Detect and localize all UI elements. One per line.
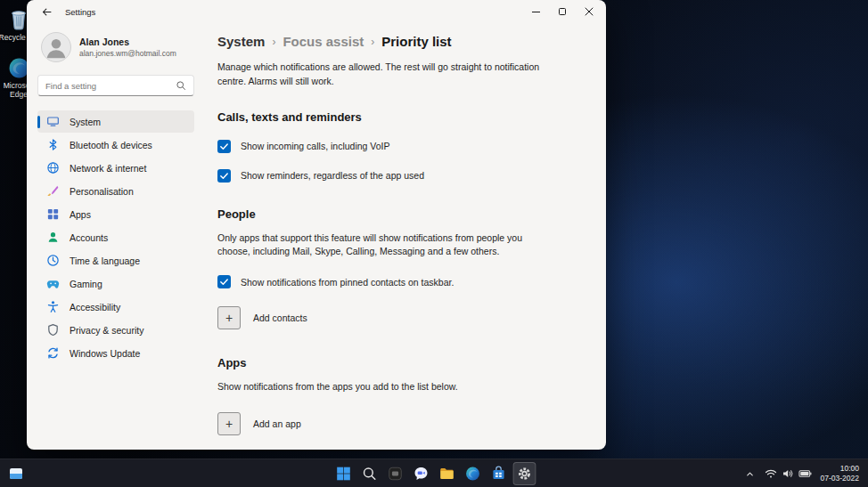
quick-settings-group[interactable] <box>760 465 816 483</box>
taskbar-search-button[interactable] <box>358 462 381 485</box>
add-contacts-button[interactable]: + <box>217 306 241 329</box>
avatar <box>41 32 71 62</box>
system-icon <box>46 115 60 128</box>
sidebar-item-accessibility[interactable]: Accessibility <box>37 296 194 318</box>
plus-icon: + <box>225 418 233 430</box>
sidebar-item-personalisation[interactable]: Personalisation <box>37 180 194 202</box>
edge-icon <box>465 466 481 482</box>
chat-button[interactable] <box>410 462 433 485</box>
sidebar-item-label: Apps <box>70 209 91 220</box>
sidebar-item-windows-update[interactable]: Windows Update <box>37 342 194 364</box>
apps-grid-icon <box>46 207 60 221</box>
sidebar-item-label: Gaming <box>70 279 102 289</box>
microsoft-store-button[interactable] <box>487 462 511 485</box>
taskbar-center-icons <box>332 462 536 485</box>
breadcrumb-system[interactable]: System <box>217 34 265 49</box>
clock-time: 10:00 <box>821 464 859 474</box>
settings-nav: System Bluetooth & devices Network & int… <box>37 110 194 364</box>
search-icon <box>176 80 186 91</box>
sidebar-item-privacy-security[interactable]: Privacy & security <box>37 319 194 341</box>
add-contacts-row: + Add contacts <box>217 306 581 329</box>
breadcrumb-focus-assist[interactable]: Focus assist <box>283 34 364 49</box>
chevron-right-icon: › <box>371 36 374 48</box>
task-view-button[interactable] <box>384 462 407 485</box>
sidebar-item-label: Bluetooth & devices <box>70 140 152 150</box>
edge-button[interactable] <box>462 462 485 485</box>
checkbox-label: Show notifications from pinned contacts … <box>241 277 454 288</box>
chevron-right-icon: › <box>272 36 275 48</box>
page-description: Manage which notifications are allowed. … <box>217 61 554 89</box>
clock-icon <box>46 254 60 267</box>
minimize-icon <box>532 12 540 12</box>
desktop: Recycle Bin Microsoft Edge Settings <box>0 0 868 487</box>
sidebar-item-time-language[interactable]: Time & language <box>37 249 194 272</box>
sidebar-item-label: Privacy & security <box>70 325 143 336</box>
minimize-button[interactable] <box>522 0 549 23</box>
system-tray: 10:00 07-03-2022 <box>742 459 864 487</box>
settings-button-active[interactable] <box>513 462 536 485</box>
chevron-up-icon <box>745 469 755 479</box>
checkbox-checked[interactable] <box>217 275 231 288</box>
checkbox-label: Show reminders, regardless of the app us… <box>241 170 424 181</box>
settings-sidebar: Alan Jones alan.jones.wm@hotmail.com Sys… <box>27 23 203 450</box>
plus-icon: + <box>225 312 233 324</box>
titlebar[interactable]: Settings <box>27 0 606 23</box>
file-explorer-button[interactable] <box>436 462 459 485</box>
search-icon <box>362 466 378 482</box>
checkbox-row-reminders: Show reminders, regardless of the app us… <box>217 169 581 183</box>
search-input[interactable] <box>45 81 176 91</box>
sidebar-item-label: System <box>70 117 101 127</box>
sidebar-item-label: Accessibility <box>70 302 120 312</box>
widgets-icon[interactable] <box>4 462 28 485</box>
sidebar-item-label: Windows Update <box>70 348 140 359</box>
sidebar-item-accounts[interactable]: Accounts <box>37 226 194 248</box>
checkbox-checked[interactable] <box>217 169 231 183</box>
update-arrows-icon <box>46 346 60 360</box>
page-title: Priority list <box>381 34 451 49</box>
windows-logo-icon <box>336 466 352 482</box>
hidden-icons-chevron[interactable] <box>742 464 758 483</box>
maximize-button[interactable] <box>549 0 576 23</box>
sidebar-item-label: Time & language <box>70 256 140 266</box>
close-icon <box>585 7 594 16</box>
checkbox-checked[interactable] <box>217 140 231 153</box>
section-title: Calls, texts and reminders <box>217 110 581 124</box>
sidebar-item-bluetooth-devices[interactable]: Bluetooth & devices <box>37 134 194 156</box>
network-globe-icon <box>46 161 60 175</box>
window-title: Settings <box>65 7 95 17</box>
wifi-icon <box>765 468 777 479</box>
gear-icon <box>517 466 533 482</box>
checkbox-row-pinned-contacts: Show notifications from pinned contacts … <box>217 275 581 288</box>
close-button[interactable] <box>576 0 602 23</box>
sidebar-item-label: Accounts <box>70 232 108 243</box>
add-an-app-button[interactable]: + <box>217 412 241 435</box>
start-button[interactable] <box>332 462 356 485</box>
checkbox-label: Show incoming calls, including VoIP <box>241 141 390 151</box>
breadcrumb: System › Focus assist › Priority list <box>217 34 581 49</box>
sidebar-item-network-internet[interactable]: Network & internet <box>37 157 194 179</box>
chat-bubble-icon <box>414 466 430 482</box>
add-an-app-label: Add an app <box>253 418 301 429</box>
sidebar-item-gaming[interactable]: Gaming <box>37 272 194 295</box>
sidebar-item-system[interactable]: System <box>37 110 194 133</box>
section-title: People <box>217 207 581 221</box>
sidebar-item-label: Network & internet <box>70 163 146 174</box>
add-app-row: + Add an app <box>217 412 581 435</box>
task-view-icon <box>388 466 404 482</box>
window-controls <box>522 0 602 23</box>
settings-search[interactable] <box>37 75 194 96</box>
bluetooth-icon <box>46 138 60 151</box>
sidebar-item-label: Personalisation <box>70 186 134 197</box>
user-profile[interactable]: Alan Jones alan.jones.wm@hotmail.com <box>37 27 194 66</box>
section-apps: Apps Show notifications from the apps yo… <box>217 356 581 435</box>
settings-window: Settings Alan Jones alan.jones.wm@h <box>27 0 606 450</box>
taskbar-clock[interactable]: 10:00 07-03-2022 <box>818 464 864 483</box>
back-button[interactable] <box>39 4 53 19</box>
sidebar-item-apps[interactable]: Apps <box>37 203 194 225</box>
taskbar: 10:00 07-03-2022 <box>0 459 868 487</box>
section-title: Apps <box>217 356 581 369</box>
volume-icon <box>782 468 794 479</box>
gamepad-icon <box>46 277 60 290</box>
section-description: Show notifications from the apps you add… <box>217 380 554 394</box>
section-people: People Only apps that support this featu… <box>217 207 581 330</box>
